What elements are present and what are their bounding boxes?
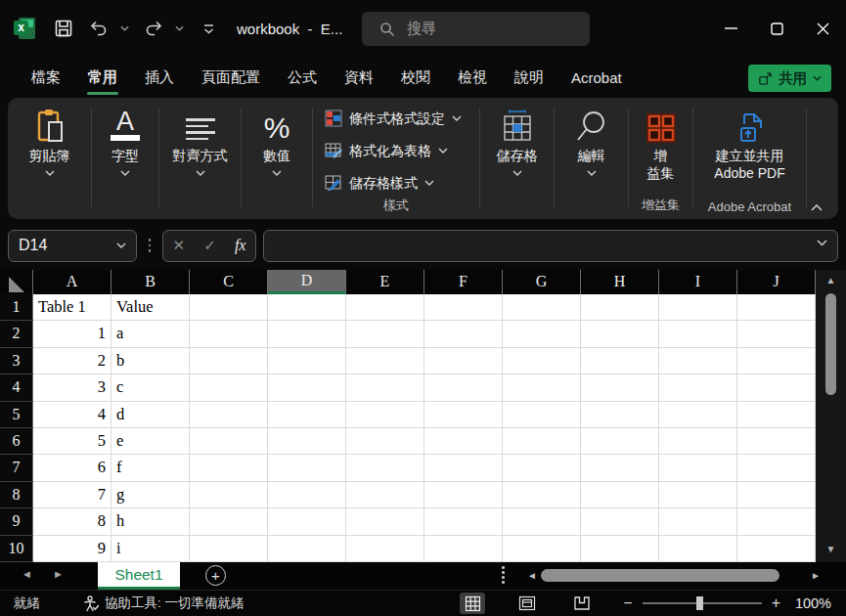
row-header-10[interactable]: 10	[0, 536, 33, 562]
expand-formula-bar-chevron-icon[interactable]	[817, 240, 827, 246]
column-header-g[interactable]: G	[503, 270, 581, 294]
page-layout-view-button[interactable]	[514, 593, 540, 614]
empty-cells[interactable]	[190, 294, 816, 320]
sheet-tab-sheet1[interactable]: Sheet1	[98, 562, 180, 590]
scroll-right-arrow-icon[interactable]: ►	[811, 570, 821, 581]
column-header-d-selected[interactable]: D	[268, 270, 346, 294]
tab-page-layout[interactable]: 頁面配置	[192, 63, 270, 93]
cell-b5[interactable]: d	[111, 402, 190, 427]
cell-b10[interactable]: i	[111, 536, 190, 561]
enter-button[interactable]: ✓	[203, 237, 216, 254]
redo-dropdown-chevron-icon[interactable]	[170, 12, 188, 45]
cell-b2[interactable]: a	[111, 321, 190, 346]
column-header-b[interactable]: B	[111, 270, 190, 294]
add-ins-button[interactable]: 增 益集	[646, 105, 677, 182]
cell-b7[interactable]: f	[111, 455, 190, 480]
cell-a7[interactable]: 6	[33, 455, 111, 480]
alignment-group-button[interactable]: 對齊方式	[159, 98, 241, 219]
minimize-button[interactable]	[708, 7, 754, 50]
close-button[interactable]	[800, 7, 846, 50]
create-share-adobe-pdf-button[interactable]: 建立並共用 Adobe PDF	[714, 105, 784, 182]
vertical-scrollbar[interactable]: ▲ ▼	[816, 270, 846, 562]
zoom-percentage[interactable]: 100%	[790, 595, 831, 611]
row-header-6[interactable]: 6	[0, 428, 33, 455]
empty-cells[interactable]	[190, 455, 816, 480]
editing-group-button[interactable]: 編輯	[555, 98, 628, 219]
zoom-out-button[interactable]: −	[623, 594, 632, 612]
cells-group-button[interactable]: 儲存格	[480, 98, 554, 219]
cell-a3[interactable]: 2	[33, 348, 111, 374]
name-box-chevron-icon[interactable]	[116, 242, 126, 248]
undo-button[interactable]	[84, 12, 113, 45]
name-box[interactable]: D14	[8, 230, 137, 262]
add-sheet-button[interactable]: +	[205, 565, 226, 586]
collapse-ribbon-button[interactable]	[811, 204, 823, 211]
row-header-4[interactable]: 4	[0, 374, 33, 401]
empty-cells[interactable]	[190, 482, 816, 507]
name-box-resize-handle[interactable]	[141, 239, 158, 252]
empty-cells[interactable]	[190, 374, 816, 400]
undo-dropdown-chevron-icon[interactable]	[115, 12, 133, 45]
tab-insert[interactable]: 插入	[135, 63, 184, 93]
column-header-c[interactable]: C	[190, 270, 268, 294]
cell-b3[interactable]: b	[111, 348, 190, 374]
scrollbar-resize-handle[interactable]	[502, 566, 505, 584]
number-group-button[interactable]: % 數值	[242, 98, 312, 219]
tab-acrobat[interactable]: Acrobat	[561, 64, 632, 92]
column-header-a[interactable]: A	[33, 270, 111, 294]
cell-a4[interactable]: 3	[33, 374, 111, 400]
horizontal-scrollbar[interactable]: ◄ ►	[523, 565, 826, 587]
row-header-7[interactable]: 7	[0, 455, 33, 481]
customize-quick-access-toolbar-button[interactable]	[194, 12, 223, 45]
next-sheet-button[interactable]: ►	[53, 568, 64, 580]
excel-logo-icon[interactable]: x	[14, 18, 35, 39]
zoom-slider-thumb[interactable]	[696, 596, 703, 610]
cell-b6[interactable]: e	[111, 428, 190, 454]
insert-function-button[interactable]: fx	[235, 237, 246, 254]
scroll-left-arrow-icon[interactable]: ◄	[527, 570, 537, 581]
row-header-5[interactable]: 5	[0, 402, 33, 428]
empty-cells[interactable]	[190, 536, 816, 561]
empty-cells[interactable]	[190, 428, 816, 454]
clipboard-group-button[interactable]: 剪貼簿	[8, 98, 91, 219]
column-header-j[interactable]: J	[737, 270, 816, 294]
maximize-button[interactable]	[754, 7, 800, 50]
zoom-slider[interactable]	[643, 602, 762, 604]
empty-cells[interactable]	[190, 348, 816, 374]
row-header-3[interactable]: 3	[0, 348, 33, 374]
cell-b1[interactable]: Value	[111, 294, 190, 320]
tab-data[interactable]: 資料	[334, 63, 383, 93]
empty-cells[interactable]	[190, 321, 816, 346]
redo-button[interactable]	[139, 12, 168, 45]
row-header-2[interactable]: 2	[0, 321, 33, 347]
cell-a2[interactable]: 1	[33, 321, 111, 346]
cell-a8[interactable]: 7	[33, 482, 111, 507]
cell-a1[interactable]: Table 1	[33, 294, 111, 320]
tab-view[interactable]: 檢視	[448, 63, 497, 93]
font-group-button[interactable]: A 字型	[92, 98, 158, 219]
column-header-h[interactable]: H	[581, 270, 659, 294]
tab-review[interactable]: 校閱	[391, 63, 440, 93]
cell-b9[interactable]: h	[111, 508, 190, 534]
column-header-i[interactable]: I	[659, 270, 737, 294]
scroll-up-arrow-icon[interactable]: ▲	[826, 274, 836, 287]
cell-b8[interactable]: g	[111, 482, 190, 507]
column-header-e[interactable]: E	[346, 270, 424, 294]
select-all-button[interactable]	[0, 270, 33, 294]
tab-help[interactable]: 說明	[505, 63, 554, 93]
cancel-button[interactable]: ✕	[173, 237, 186, 254]
save-button[interactable]	[49, 12, 78, 45]
row-header-1[interactable]: 1	[0, 294, 33, 321]
conditional-formatting-button[interactable]: 條件式格式設定	[325, 108, 462, 129]
cell-a10[interactable]: 9	[33, 536, 111, 561]
search-input[interactable]: 搜尋	[362, 12, 590, 46]
cell-a5[interactable]: 4	[33, 402, 111, 427]
previous-sheet-button[interactable]: ◄	[22, 568, 32, 580]
page-break-preview-button[interactable]	[569, 593, 595, 614]
vertical-scrollbar-thumb[interactable]	[825, 293, 836, 395]
accessibility-status[interactable]: 協助工具: 一切準備就緒	[83, 594, 245, 612]
row-header-8[interactable]: 8	[0, 482, 33, 508]
tab-formulas[interactable]: 公式	[278, 63, 327, 93]
cell-styles-button[interactable]: 儲存格樣式	[325, 172, 434, 194]
tab-home[interactable]: 常用	[78, 63, 127, 93]
